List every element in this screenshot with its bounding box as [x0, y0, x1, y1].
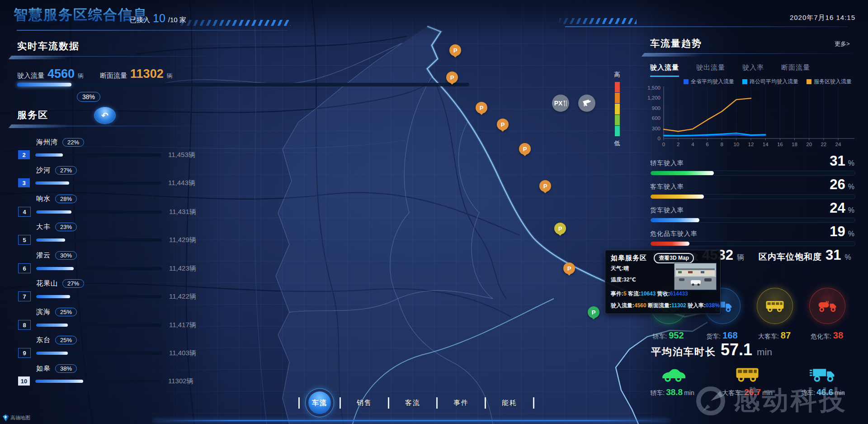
- nav-item-energy[interactable]: 能耗: [491, 399, 528, 407]
- rank-badge: 8: [18, 320, 31, 330]
- truck-count: 货车:168: [695, 330, 749, 341]
- service-area-row[interactable]: 灌云30% 611,423辆: [15, 250, 202, 276]
- more-link[interactable]: 更多>: [835, 40, 850, 48]
- map-marker-pin[interactable]: P: [446, 71, 458, 83]
- rate-value: 24%: [830, 200, 854, 216]
- traffic-bar: [35, 380, 161, 383]
- service-area-row[interactable]: 响水28% 411,431辆: [15, 193, 202, 219]
- nav-separator: [340, 397, 341, 409]
- px-label: PX: [554, 100, 563, 107]
- nav-item-events[interactable]: 事件: [443, 399, 479, 407]
- map-marker-pin[interactable]: P: [563, 262, 575, 274]
- rank-badge: 6: [18, 263, 31, 273]
- view-3d-map-button[interactable]: 查看3D Map: [654, 253, 694, 263]
- trend-tabs: 驶入流量 驶出流量 驶入率 断面流量: [650, 63, 810, 77]
- section-flow-unit: 辆: [167, 72, 173, 80]
- service-area-photo: [674, 263, 717, 290]
- section-flow-metric: 断面流量 11302 辆: [100, 67, 173, 81]
- service-area-row[interactable]: 如皋38% 1011302辆: [15, 363, 202, 389]
- restaurant-px-button[interactable]: PX: [552, 95, 569, 112]
- nav-item-sales[interactable]: 销售: [346, 399, 382, 407]
- saturation-value: 31: [826, 247, 841, 263]
- map-marker-pin[interactable]: P: [497, 119, 509, 130]
- rate-row: 客车驶入率 26%: [650, 179, 854, 201]
- tooltip-stats-line2: 驶入流量:4560 断面流量:11302 驶入率:038%: [611, 302, 720, 310]
- traffic-bar: [36, 352, 162, 355]
- service-area-row[interactable]: 花果山27% 711,422辆: [15, 278, 202, 304]
- tanker-count-circle: [809, 288, 845, 324]
- rate-value: 31%: [830, 153, 854, 169]
- tab-inflow-rate[interactable]: 驶入率: [742, 63, 764, 77]
- section-flow-label: 断面流量: [100, 71, 127, 80]
- legend-swatch: [742, 79, 747, 84]
- service-area-tooltip: 如皋服务区 查看3D Map 天气:晴 温度:32℃ 事件:5 客流:10643…: [605, 250, 721, 314]
- inflow-progress-bar: [17, 83, 469, 86]
- nav-separator: [485, 397, 486, 409]
- svg-text:22: 22: [821, 142, 826, 147]
- map-marker-pin[interactable]: P: [554, 223, 566, 234]
- rate-label: 客车驶入率: [650, 183, 684, 191]
- rank-badge: 10: [18, 376, 30, 386]
- realtime-traffic-title: 实时车流数据: [17, 40, 80, 52]
- bus-icon: [764, 298, 785, 314]
- inflow-rate-badge: 38%: [77, 92, 100, 102]
- rank-badge: 3: [18, 178, 30, 187]
- percent-badge: 22%: [62, 138, 84, 147]
- nav-item-traffic[interactable]: 车流: [305, 388, 334, 417]
- percent-badge: 27%: [55, 166, 77, 175]
- service-area-row[interactable]: 海州湾22% 211,453辆: [15, 137, 202, 163]
- bus-count-circle: [757, 288, 793, 324]
- service-area-row[interactable]: 东台25% 911,403辆: [15, 334, 202, 361]
- tab-inflow[interactable]: 驶入流量: [650, 63, 679, 77]
- map-marker-pin[interactable]: P: [449, 44, 461, 56]
- svg-text:8: 8: [720, 142, 723, 147]
- bottom-glow-line: [154, 420, 669, 421]
- tab-section-flow[interactable]: 断面流量: [781, 63, 810, 77]
- back-arrow-button[interactable]: ↶: [94, 107, 116, 124]
- tanker-count: 危化车:38: [800, 330, 854, 341]
- rate-value: 19%: [830, 224, 854, 240]
- svg-text:6: 6: [706, 142, 708, 147]
- bus-duration: 大客车:26.7min: [711, 366, 783, 397]
- legend-swatch: [807, 79, 811, 84]
- percent-badge: 38%: [55, 364, 77, 373]
- back-arrow-icon: ↶: [101, 110, 108, 121]
- tanker-truck-icon: [817, 298, 838, 314]
- header-divider-right: [565, 26, 848, 27]
- traffic-value: 11,429辆: [169, 236, 196, 244]
- density-scale: 高 低: [610, 71, 624, 148]
- traffic-bar: [36, 324, 162, 327]
- service-area-name: 灌云: [36, 251, 51, 260]
- avg-parking-unit: min: [757, 347, 772, 357]
- connected-label: 已接入: [130, 16, 150, 24]
- traffic-value: 11302辆: [168, 377, 193, 386]
- map-marker-pin[interactable]: P: [476, 102, 487, 114]
- map-marker-pin[interactable]: P: [539, 180, 551, 192]
- service-area-name: 大丰: [36, 223, 51, 231]
- saturation-unit: %: [844, 253, 851, 262]
- svg-text:10: 10: [733, 142, 739, 147]
- rank-badge: 7: [18, 291, 31, 301]
- nav-item-passenger[interactable]: 客流: [395, 399, 431, 407]
- datetime: 2020年7月16 14:15: [790, 14, 855, 22]
- percent-badge: 23%: [55, 223, 77, 231]
- svg-text:18: 18: [792, 142, 797, 147]
- nav-separator: [436, 397, 438, 409]
- cctv-camera-button[interactable]: [578, 95, 595, 112]
- map-marker-pin[interactable]: P: [519, 143, 531, 155]
- svg-text:1,200: 1,200: [647, 95, 660, 100]
- service-area-row[interactable]: 大丰23% 511,429辆: [15, 221, 202, 248]
- header-slash-decor-left: [176, 20, 291, 26]
- service-area-row[interactable]: 滨海25% 811,417辆: [15, 306, 202, 333]
- tooltip-temperature: 温度:32℃: [611, 276, 636, 284]
- bus-count: 大客车:87: [748, 330, 801, 341]
- saturation: 区内车位饱和度 31 %: [759, 247, 851, 263]
- map-attribution: 高德地图: [3, 414, 30, 421]
- tab-outflow[interactable]: 驶出流量: [696, 63, 725, 77]
- traffic-value: 11,423辆: [169, 264, 196, 273]
- trend-line-chart: 03006009001,2001,50002468101214161820222…: [646, 84, 864, 148]
- dashboard: 智慧服务区综合信息 已接入 10 /10 家 2020年7月16 14:15 实…: [0, 0, 868, 424]
- map-marker-pin[interactable]: P: [588, 306, 599, 318]
- service-area-row[interactable]: 沙河27% 311,443辆: [15, 165, 202, 191]
- traffic-bar: [35, 181, 161, 185]
